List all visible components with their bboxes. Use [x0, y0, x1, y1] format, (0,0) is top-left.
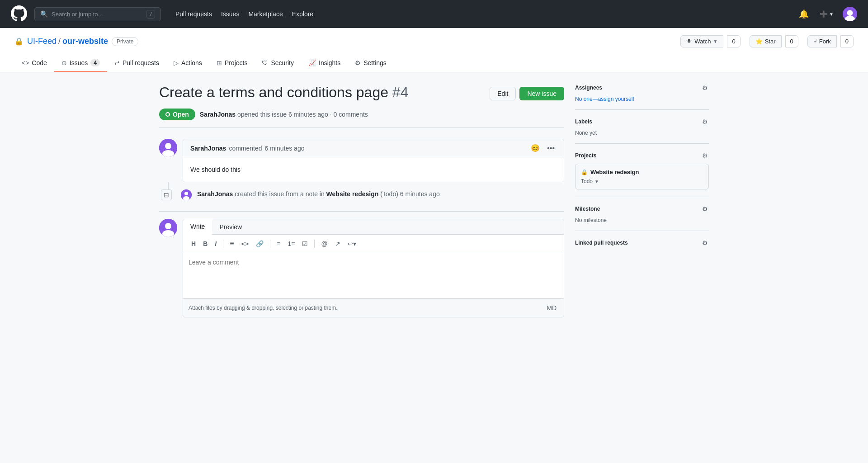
- heading-button[interactable]: H: [189, 239, 198, 249]
- comment-author-avatar[interactable]: [159, 139, 177, 157]
- undo-button[interactable]: ↩▾: [345, 239, 359, 249]
- main-content: Create a terms and conditions page #4 Ed…: [145, 72, 723, 328]
- tab-issues[interactable]: ⊙ Issues 4: [54, 55, 107, 72]
- edit-button[interactable]: Edit: [490, 87, 516, 100]
- activity-author-avatar: [181, 189, 192, 200]
- linked-pr-gear-button[interactable]: ⚙: [701, 238, 709, 247]
- search-shortcut-badge: /: [146, 10, 155, 19]
- projects-title: Projects: [575, 152, 596, 159]
- tab-pull-requests[interactable]: ⇄ Pull requests: [107, 55, 166, 72]
- projects-gear-button[interactable]: ⚙: [701, 151, 709, 160]
- fork-label: Fork: [819, 38, 831, 45]
- write-tab[interactable]: Write: [183, 219, 212, 235]
- code-icon: <>: [22, 59, 29, 66]
- breadcrumb-separator: /: [58, 37, 61, 46]
- marketplace-link[interactable]: Marketplace: [245, 8, 286, 20]
- project-lock-icon: 🔒: [581, 169, 588, 175]
- project-name[interactable]: Website redesign: [590, 169, 639, 175]
- comment-textarea[interactable]: [183, 253, 564, 298]
- unordered-list-button[interactable]: ≡: [274, 239, 283, 249]
- github-logo[interactable]: [11, 5, 27, 23]
- watch-button[interactable]: 👁 Watch ▼: [680, 35, 723, 47]
- tab-insights[interactable]: 📈 Insights: [301, 55, 348, 72]
- preview-tab[interactable]: Preview: [212, 219, 249, 234]
- tab-settings[interactable]: ⚙ Settings: [348, 55, 394, 72]
- open-dot-icon: [165, 112, 170, 117]
- mention-button[interactable]: @: [318, 239, 330, 249]
- settings-tab-label: Settings: [363, 59, 387, 66]
- pull-requests-link[interactable]: Pull requests: [172, 8, 216, 20]
- create-button[interactable]: ➕ ▼: [816, 9, 837, 19]
- labels-gear-button[interactable]: ⚙: [701, 117, 709, 126]
- open-status-badge: Open: [159, 109, 195, 120]
- search-box[interactable]: 🔍 Search or jump to... /: [34, 7, 161, 21]
- svg-point-10: [165, 223, 171, 229]
- reference-button[interactable]: ↗: [332, 239, 343, 249]
- repo-breadcrumb-row: 🔒 UI-Feed / our-website Private 👁 Watch …: [14, 35, 854, 47]
- star-count: 0: [785, 35, 798, 47]
- settings-icon: ⚙: [355, 59, 361, 66]
- comment-author-name[interactable]: SarahJonas: [190, 145, 226, 152]
- eye-icon: 👁: [686, 38, 692, 45]
- assignees-title: Assignees: [575, 85, 602, 91]
- issue-title-row: Create a terms and conditions page #4 Ed…: [159, 83, 564, 101]
- top-navigation: 🔍 Search or jump to... / Pull requests I…: [0, 0, 868, 28]
- section-divider: [159, 211, 564, 212]
- assignees-value: No one—assign yourself: [575, 96, 709, 102]
- labels-value: None yet: [575, 130, 709, 136]
- issues-link[interactable]: Issues: [217, 8, 243, 20]
- activity-project-link[interactable]: Website redesign: [326, 190, 379, 198]
- assign-yourself-link[interactable]: No one—assign yourself: [575, 96, 634, 102]
- star-icon: ⭐: [755, 38, 763, 45]
- tab-code[interactable]: <> Code: [14, 55, 54, 72]
- comment-more-options-button[interactable]: •••: [545, 143, 557, 153]
- assignees-section: Assignees ⚙ No one—assign yourself: [575, 83, 709, 110]
- reply-avatar[interactable]: [159, 219, 177, 237]
- editor-box: Write Preview H B I ≡ <> 🔗 ≡ 1≡ ☑ @: [183, 219, 564, 317]
- code-button[interactable]: <>: [238, 239, 251, 249]
- topnav-links: Pull requests Issues Marketplace Explore: [172, 8, 317, 20]
- project-box-title: 🔒 Website redesign: [581, 169, 703, 175]
- comment-header-actions: 😊 •••: [529, 143, 557, 153]
- ordered-list-button[interactable]: 1≡: [285, 239, 298, 249]
- comment-box: SarahJonas commented 6 minutes ago 😊 •••…: [183, 139, 564, 182]
- star-button[interactable]: ⭐ Star: [750, 35, 782, 47]
- svg-point-4: [165, 143, 171, 149]
- project-status-row[interactable]: Todo ▼: [581, 178, 703, 184]
- italic-button[interactable]: I: [212, 239, 219, 249]
- issues-tab-label: Issues: [70, 59, 88, 66]
- fork-button[interactable]: ⑂ Fork: [807, 35, 837, 47]
- comment-time: 6 minutes ago: [265, 145, 305, 152]
- comment-header-left: SarahJonas commented 6 minutes ago: [190, 145, 304, 152]
- user-avatar[interactable]: [843, 7, 857, 21]
- pr-tab-label: Pull requests: [123, 59, 159, 66]
- actions-tab-label: Actions: [181, 59, 202, 66]
- explore-link[interactable]: Explore: [288, 8, 317, 20]
- comment-header: SarahJonas commented 6 minutes ago 😊 •••: [183, 139, 564, 157]
- editor-markdown-icon[interactable]: MD: [545, 302, 558, 313]
- code-tab-label: Code: [32, 59, 47, 66]
- tab-security[interactable]: 🛡 Security: [255, 55, 301, 72]
- insights-tab-label: Insights: [319, 59, 340, 66]
- project-status-label: Todo: [581, 178, 593, 184]
- new-issue-button[interactable]: New issue: [519, 87, 564, 100]
- chevron-down-icon: ▼: [594, 179, 599, 184]
- repo-name-link[interactable]: our-website: [62, 37, 108, 46]
- link-button[interactable]: 🔗: [253, 239, 266, 249]
- linked-pr-section: Linked pull requests ⚙: [575, 238, 709, 258]
- issue-author-link[interactable]: SarahJonas: [200, 111, 236, 118]
- project-box: 🔒 Website redesign Todo ▼: [575, 164, 709, 189]
- milestone-gear-button[interactable]: ⚙: [701, 204, 709, 213]
- activity-author-link[interactable]: SarahJonas: [197, 190, 233, 198]
- repo-owner-link[interactable]: UI-Feed: [27, 37, 57, 46]
- search-placeholder-text: Search or jump to...: [52, 11, 143, 18]
- tab-actions[interactable]: ▷ Actions: [166, 55, 209, 72]
- assignees-gear-button[interactable]: ⚙: [701, 83, 709, 92]
- emoji-reaction-button[interactable]: 😊: [529, 143, 542, 153]
- quote-button[interactable]: ≡: [227, 238, 236, 249]
- comments-count: 0 comments: [334, 111, 368, 118]
- task-list-button[interactable]: ☑: [299, 239, 311, 249]
- bold-button[interactable]: B: [200, 239, 210, 249]
- tab-projects[interactable]: ⊞ Projects: [209, 55, 255, 72]
- notifications-button[interactable]: 🔔: [797, 7, 811, 21]
